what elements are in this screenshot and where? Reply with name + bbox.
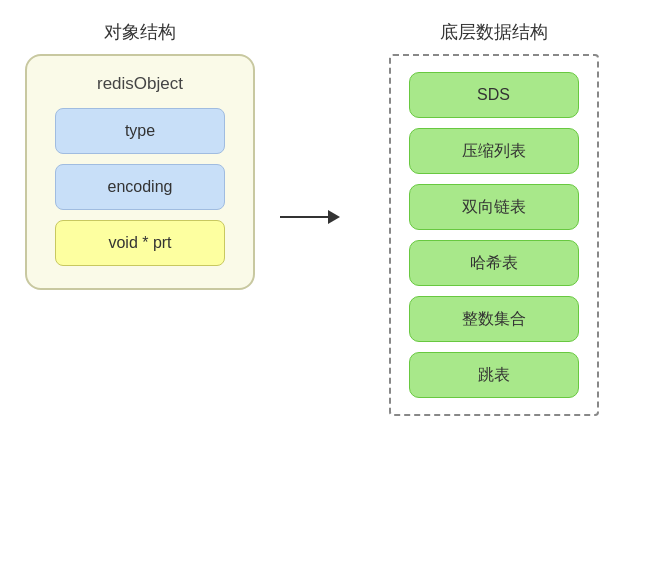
right-section: 底层数据结构 SDS 压缩列表 双向链表 哈希表 整数集合 跳表 [350, 20, 637, 416]
ds-sds: SDS [409, 72, 579, 118]
main-container: 对象结构 redisObject type encoding void * pr… [0, 0, 647, 587]
arrow [280, 210, 340, 224]
field-type: type [55, 108, 225, 154]
redis-object-box: redisObject type encoding void * prt [25, 54, 255, 290]
ds-skip-list: 跳表 [409, 352, 579, 398]
field-encoding: encoding [55, 164, 225, 210]
dashed-box: SDS 压缩列表 双向链表 哈希表 整数集合 跳表 [389, 54, 599, 416]
arrow-head [328, 210, 340, 224]
redis-object-label: redisObject [97, 74, 183, 94]
arrow-section [270, 20, 350, 224]
field-ptr: void * prt [55, 220, 225, 266]
ds-compressed-list: 压缩列表 [409, 128, 579, 174]
ds-doubly-linked-list: 双向链表 [409, 184, 579, 230]
left-section: 对象结构 redisObject type encoding void * pr… [10, 20, 270, 290]
ds-hash-table: 哈希表 [409, 240, 579, 286]
left-title: 对象结构 [104, 20, 176, 44]
ds-integer-set: 整数集合 [409, 296, 579, 342]
right-title: 底层数据结构 [440, 20, 548, 44]
arrow-line [280, 216, 328, 218]
